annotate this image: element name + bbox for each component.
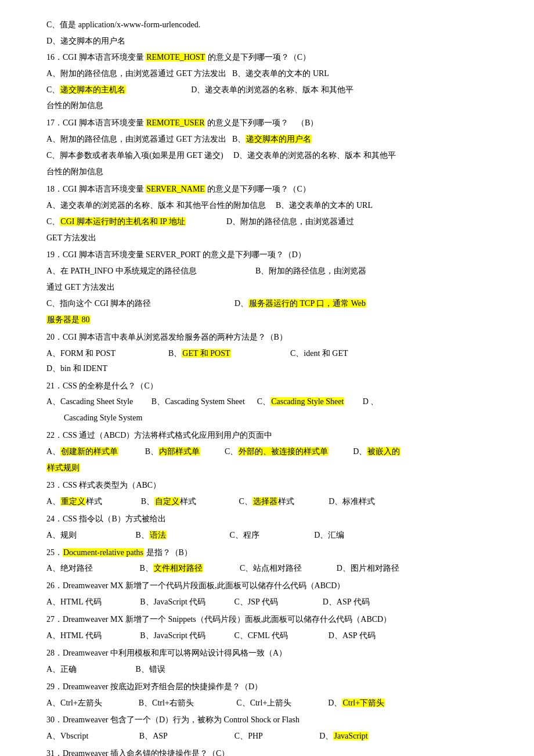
highlight-24b: 语法 xyxy=(149,531,167,539)
question-17: 17．CGI 脚本语言环境变量 REMOTE_USER 的意义是下列哪一项？ （… xyxy=(46,116,499,179)
highlight-16c: 递交脚本的主机名 xyxy=(60,85,126,94)
highlight-25b: 文件相对路径 xyxy=(153,564,203,573)
question-31: 31．Dreamweaver 插入命名锚的快捷操作是？（C） xyxy=(46,746,499,756)
highlight-22d: 被嵌入的 xyxy=(367,447,400,456)
highlight-25q: Document-relative paths xyxy=(63,548,144,557)
highlight-19d: 服务器运行的 TCP 口，通常 Web xyxy=(248,299,366,308)
highlight-server-name: SERVER_NAME xyxy=(146,185,205,193)
line-d-user: D、递交脚本的用户名 xyxy=(46,34,499,49)
question-18: 18．CGI 脚本语言环境变量 SERVER_NAME 的意义是下列哪一项？（C… xyxy=(46,182,499,246)
question-29: 29．Dreamweaver 按底边距对齐组合层的快捷操作是？（D） A、Ctr… xyxy=(46,679,499,711)
question-20: 20．CGI 脚本语言中表单从浏览器发给服务器的两种方法是？（B） A、FORM… xyxy=(46,330,499,376)
highlight-20b: GET 和 POST xyxy=(182,349,230,358)
question-21: 21．CSS 的全称是什么？（C） A、Cascading Sheet Styl… xyxy=(46,379,499,426)
question-25: 25．Document-relative paths 是指？（B） A、绝对路径… xyxy=(46,545,499,577)
question-24: 24．CSS 指令以（B）方式被给出 A、规则 B、语法 C、程序 D、汇编 xyxy=(46,512,499,543)
highlight-remote-host: REMOTE_HOST xyxy=(146,53,205,62)
highlight-22a: 创建新的样式单 xyxy=(60,447,118,456)
question-22: 22．CSS 通过（ABCD）方法将样式格式化应用到用户的页面中 A、创建新的样… xyxy=(46,428,499,476)
line-c-application: C、值是 application/x-www-form-urlencoded. xyxy=(46,17,499,33)
quiz-content: C、值是 application/x-www-form-urlencoded. … xyxy=(46,17,499,756)
question-27: 27．Dreamweaver MX 新增了一个 Snippets（代码片段）面板… xyxy=(46,612,499,643)
highlight-17b: 递交脚本的用户名 xyxy=(246,135,312,143)
question-16: 16．CGI 脚本语言环境变量 REMOTE_HOST 的意义是下列哪一项？（C… xyxy=(46,50,499,114)
question-23: 23．CSS 样式表类型为（ABC） A、重定义样式 B、自定义样式 C、选择器… xyxy=(46,478,499,509)
highlight-23b: 自定义 xyxy=(154,497,180,506)
question-30: 30．Dreamweaver 包含了一个（D）行为，被称为 Control Sh… xyxy=(46,712,499,744)
highlight-18c: CGI 脚本运行时的主机名和 IP 地址 xyxy=(60,217,186,226)
highlight-22b: 内部样式单 xyxy=(158,447,200,456)
highlight-19d2: 服务器是 80 xyxy=(46,315,91,324)
highlight-29d: Ctrl+下箭头 xyxy=(342,699,385,707)
highlight-21c: Cascading Style Sheet xyxy=(270,397,344,406)
question-26: 26．Dreamweaver MX 新增了一个代码片段面板,此面板可以储存什么代… xyxy=(46,578,499,610)
highlight-23a: 重定义 xyxy=(60,497,86,506)
question-28: 28．Dreamweaver 中利用模板和库可以将网站设计得风格一致（A） A、… xyxy=(46,646,499,677)
highlight-remote-user: REMOTE_USER xyxy=(146,118,205,127)
highlight-22c: 外部的、被连接的样式单 xyxy=(238,447,329,456)
highlight-22d2: 样式规则 xyxy=(46,463,80,472)
highlight-23c: 选择器 xyxy=(252,497,278,506)
highlight-30d: JavaScript xyxy=(333,732,368,740)
question-19: 19．CGI 脚本语言环境变量 SERVER_PORT 的意义是下列哪一项？（D… xyxy=(46,247,499,327)
